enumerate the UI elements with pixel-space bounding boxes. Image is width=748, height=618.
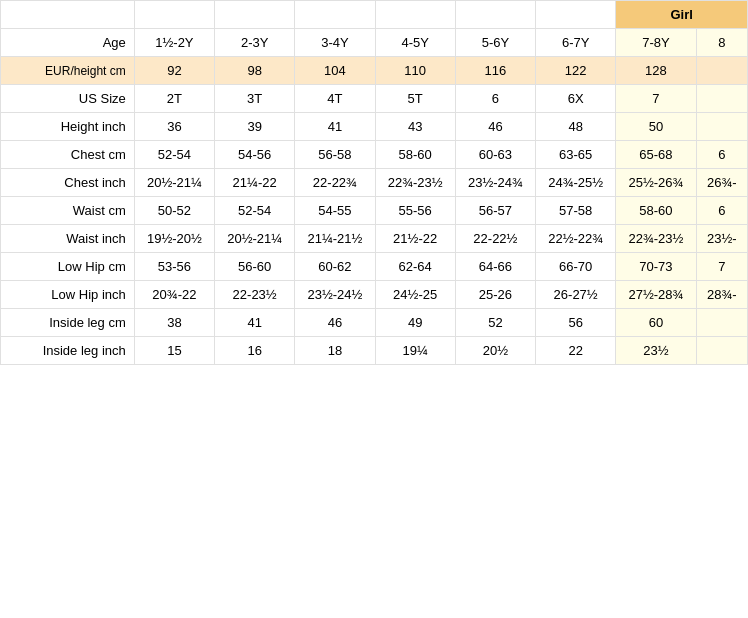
table-row: Inside leg cm38414649525660 [1,309,748,337]
table-cell: 25½-26¾ [616,169,696,197]
table-cell: 6-7Y [536,29,616,57]
table-cell: 19½-20½ [134,225,214,253]
table-cell: 22-22½ [455,225,535,253]
row-label: Inside leg inch [1,337,135,365]
table-cell: 25-26 [455,281,535,309]
row-label: US Size [1,85,135,113]
table-cell: 116 [455,57,535,85]
table-cell: 60 [616,309,696,337]
table-cell: 3T [215,85,295,113]
col-header-1 [215,1,295,29]
row-label: Low Hip cm [1,253,135,281]
table-cell: 19¼ [375,337,455,365]
table-cell: 54-56 [215,141,295,169]
table-row: US Size2T3T4T5T66X7 [1,85,748,113]
table-cell: 98 [215,57,295,85]
table-cell: 1½-2Y [134,29,214,57]
table-cell: 6 [696,141,747,169]
table-cell: 23½-24¾ [455,169,535,197]
table-cell: 57-58 [536,197,616,225]
table-cell: 6 [455,85,535,113]
table-cell: 7 [696,253,747,281]
table-cell: 23½- [696,225,747,253]
table-cell [696,113,747,141]
row-label: Chest inch [1,169,135,197]
row-label: Inside leg cm [1,309,135,337]
table-cell: 52 [455,309,535,337]
size-chart-wrapper: Girl Age1½-2Y2-3Y3-4Y4-5Y5-6Y6-7Y7-8Y8EU… [0,0,748,365]
table-cell: 36 [134,113,214,141]
row-label: Chest cm [1,141,135,169]
table-cell: 122 [536,57,616,85]
girl-header: Girl [616,1,748,29]
table-cell: 5-6Y [455,29,535,57]
table-cell: 104 [295,57,375,85]
col-header-5 [536,1,616,29]
table-cell: 21¼-21½ [295,225,375,253]
table-cell: 27½-28¾ [616,281,696,309]
table-cell: 63-65 [536,141,616,169]
table-cell: 6X [536,85,616,113]
table-cell: 41 [295,113,375,141]
table-row: Chest cm52-5454-5656-5858-6060-6363-6565… [1,141,748,169]
col-header-0 [134,1,214,29]
col-header-2 [295,1,375,29]
table-cell: 3-4Y [295,29,375,57]
table-cell: 53-56 [134,253,214,281]
table-cell: 66-70 [536,253,616,281]
table-cell: 49 [375,309,455,337]
table-cell: 56-60 [215,253,295,281]
table-cell: 110 [375,57,455,85]
table-cell: 26¾- [696,169,747,197]
table-cell: 92 [134,57,214,85]
table-cell: 20½-21¼ [134,169,214,197]
table-cell: 46 [455,113,535,141]
table-cell: 4-5Y [375,29,455,57]
table-cell: 48 [536,113,616,141]
table-cell: 23½ [616,337,696,365]
table-cell: 39 [215,113,295,141]
table-cell: 22¾-23½ [616,225,696,253]
table-cell: 22-23½ [215,281,295,309]
row-label: Waist inch [1,225,135,253]
empty-header [1,1,135,29]
table-row: Waist inch19½-20½20½-21¼21¼-21½21½-2222-… [1,225,748,253]
table-cell: 6 [696,197,747,225]
col-header-3 [375,1,455,29]
table-cell: 38 [134,309,214,337]
table-cell: 18 [295,337,375,365]
table-row: Inside leg inch15161819¼20½2223½ [1,337,748,365]
table-row: Chest inch20½-21¼21¼-2222-22¾22¾-23½23½-… [1,169,748,197]
col-header-4 [455,1,535,29]
table-cell: 21½-22 [375,225,455,253]
table-row: Low Hip inch20¾-2222-23½23½-24½24½-2525-… [1,281,748,309]
table-cell: 2T [134,85,214,113]
table-cell: 20½-21¼ [215,225,295,253]
table-row: EUR/height cm9298104110116122128 [1,57,748,85]
table-cell: 62-64 [375,253,455,281]
table-cell: 52-54 [134,141,214,169]
table-cell: 52-54 [215,197,295,225]
table-row: Age1½-2Y2-3Y3-4Y4-5Y5-6Y6-7Y7-8Y8 [1,29,748,57]
table-cell: 20½ [455,337,535,365]
table-cell: 60-63 [455,141,535,169]
table-row: Waist cm50-5252-5454-5555-5656-5757-5858… [1,197,748,225]
table-cell: 26-27½ [536,281,616,309]
table-row: Low Hip cm53-5656-6060-6262-6464-6666-70… [1,253,748,281]
table-cell: 46 [295,309,375,337]
table-cell: 22¾-23½ [375,169,455,197]
table-cell [696,309,747,337]
table-cell [696,337,747,365]
table-cell: 24½-25 [375,281,455,309]
table-cell: 50-52 [134,197,214,225]
table-cell: 50 [616,113,696,141]
row-label: Height inch [1,113,135,141]
table-cell: 22-22¾ [295,169,375,197]
table-cell: 8 [696,29,747,57]
table-cell: 58-60 [616,197,696,225]
table-cell: 60-62 [295,253,375,281]
table-cell: 15 [134,337,214,365]
table-cell: 58-60 [375,141,455,169]
table-cell: 56-58 [295,141,375,169]
table-cell: 20¾-22 [134,281,214,309]
